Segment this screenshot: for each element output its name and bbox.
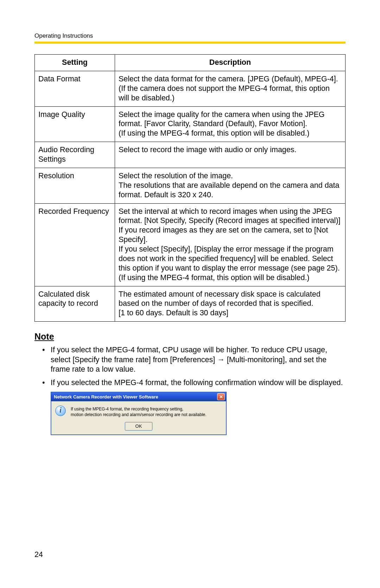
cell-description: Set the interval at which to record imag… xyxy=(115,203,346,286)
cell-description: Select the image quality for the camera … xyxy=(115,106,346,142)
table-row: Audio Recording Settings Select to recor… xyxy=(35,142,346,168)
cell-setting: Data Format xyxy=(35,71,115,106)
dialog-message: If using the MPEG-4 format, the recordin… xyxy=(71,406,207,417)
cell-setting: Audio Recording Settings xyxy=(35,142,115,168)
cell-description: Select to record the image with audio or… xyxy=(115,142,346,168)
cell-setting: Recorded Frequency xyxy=(35,203,115,286)
table-row: Image Quality Select the image quality f… xyxy=(35,106,346,142)
cell-description: Select the resolution of the image. The … xyxy=(115,168,346,203)
table-row: Calculated disk capacity to record The e… xyxy=(35,286,346,322)
note-list: If you select the MPEG-4 format, CPU usa… xyxy=(51,345,346,388)
page-number: 24 xyxy=(34,550,43,559)
dialog-titlebar: Network Camera Recorder with Viewer Soft… xyxy=(51,392,226,401)
header-section-label: Operating Instructions xyxy=(34,32,346,39)
cell-description: The estimated amount of necessary disk s… xyxy=(115,286,346,322)
note-heading: Note xyxy=(34,332,346,342)
table-row: Recorded Frequency Set the interval at w… xyxy=(35,203,346,286)
col-setting-header: Setting xyxy=(35,55,115,71)
close-icon: ✕ xyxy=(219,395,223,399)
dialog-title: Network Camera Recorder with Viewer Soft… xyxy=(54,394,217,400)
settings-table: Setting Description Data Format Select t… xyxy=(34,54,346,322)
cell-description: Select the data format for the camera. [… xyxy=(115,71,346,106)
table-row: Resolution Select the resolution of the … xyxy=(35,168,346,203)
ok-button[interactable]: OK xyxy=(125,422,152,431)
cell-setting: Image Quality xyxy=(35,106,115,142)
cell-setting: Calculated disk capacity to record xyxy=(35,286,115,322)
confirmation-dialog: Network Camera Recorder with Viewer Soft… xyxy=(51,392,227,435)
cell-setting: Resolution xyxy=(35,168,115,203)
list-item: If you selected the MPEG-4 format, the f… xyxy=(51,378,346,388)
header-rule xyxy=(34,42,346,44)
table-row: Data Format Select the data format for t… xyxy=(35,71,346,106)
close-button[interactable]: ✕ xyxy=(217,393,225,400)
col-description-header: Description xyxy=(115,55,346,71)
list-item: If you select the MPEG-4 format, CPU usa… xyxy=(51,345,346,375)
info-icon xyxy=(55,406,66,416)
